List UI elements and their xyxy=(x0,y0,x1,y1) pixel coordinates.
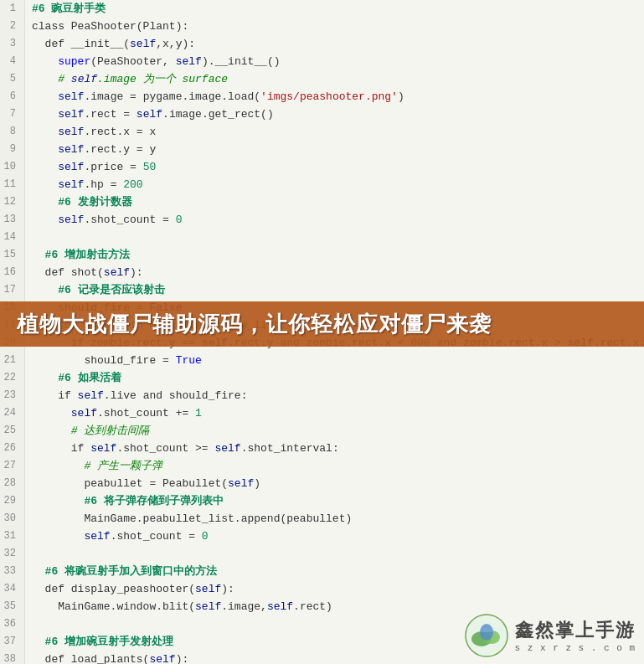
line-content: self.shot_count = 0 xyxy=(25,528,209,545)
table-row: 4 super(PeaShooter, self).__init__() xyxy=(0,53,644,70)
logo-icon xyxy=(465,614,508,657)
table-row: 14 xyxy=(0,229,644,246)
table-row: 8 self.rect.x = x xyxy=(0,123,644,141)
line-number: 1 xyxy=(0,0,25,18)
table-row: 6 self.image = pygame.image.load('imgs/p… xyxy=(0,88,644,106)
line-content: self.hp = 200 xyxy=(25,176,143,193)
line-number: 37 xyxy=(0,633,25,651)
line-number: 21 xyxy=(0,352,25,369)
table-row: 26 if self.shot_count >= self.shot_inter… xyxy=(0,440,644,457)
table-row: 27 # 产生一颗子弹 xyxy=(0,457,644,475)
table-row: 3 def __init__(self,x,y): xyxy=(0,35,644,53)
line-content: super(PeaShooter, self).__init__() xyxy=(25,53,281,70)
line-content: def shot(self): xyxy=(25,264,143,281)
table-row: 13 self.shot_count = 0 xyxy=(0,211,644,229)
watermark-text-block: 鑫然掌上手游 s z x r z s . c o m xyxy=(515,618,636,653)
line-content: self.price = 50 xyxy=(25,158,156,176)
table-row: 5 # self.image 为一个 surface xyxy=(0,70,644,88)
table-row: 28 peabullet = Peabullet(self) xyxy=(0,475,644,492)
banner-text: 植物大战僵尸辅助源码，让你轻松应对僵尸来袭 xyxy=(17,310,492,339)
watermark-en-text: s z x r z s . c o m xyxy=(515,643,636,653)
line-number: 29 xyxy=(0,492,25,510)
line-content: #6 如果活着 xyxy=(25,369,121,387)
table-row: 34 def display_peashooter(self): xyxy=(0,580,644,598)
line-content: self.rect.x = x xyxy=(25,123,156,141)
line-number: 16 xyxy=(0,264,25,281)
line-content: if self.live and should_fire: xyxy=(25,387,247,404)
line-number: 8 xyxy=(0,123,25,141)
line-number: 38 xyxy=(0,651,25,664)
line-number: 26 xyxy=(0,440,25,457)
line-content: # self.image 为一个 surface xyxy=(25,70,228,88)
line-number: 9 xyxy=(0,141,25,158)
line-number: 14 xyxy=(0,229,25,246)
line-number: 3 xyxy=(0,35,25,53)
watermark: 鑫然掌上手游 s z x r z s . c o m xyxy=(465,614,636,657)
line-number: 22 xyxy=(0,369,25,387)
line-content: self.rect.y = y xyxy=(25,141,156,158)
line-content xyxy=(25,229,39,246)
line-number: 27 xyxy=(0,457,25,475)
table-row: 31 self.shot_count = 0 xyxy=(0,528,644,545)
table-row: 7 self.rect = self.image.get_rect() xyxy=(0,106,644,123)
line-content: # 产生一颗子弹 xyxy=(25,457,162,475)
line-number: 11 xyxy=(0,176,25,193)
line-content: #6 将豌豆射手加入到窗口中的方法 xyxy=(25,563,217,580)
line-number: 7 xyxy=(0,106,25,123)
line-number: 15 xyxy=(0,246,25,264)
line-number: 24 xyxy=(0,404,25,422)
line-content: #6 记录是否应该射击 xyxy=(25,281,165,299)
line-number: 25 xyxy=(0,422,25,440)
line-content: def __init__(self,x,y): xyxy=(25,35,195,53)
table-row: 22 #6 如果活着 xyxy=(0,369,644,387)
table-row: 32 xyxy=(0,545,644,563)
table-row: 11 self.hp = 200 xyxy=(0,176,644,193)
promotional-banner: 植物大战僵尸辅助源码，让你轻松应对僵尸来袭 xyxy=(0,301,644,347)
line-content: #6 发射计数器 xyxy=(25,193,132,211)
table-row: 21 should_fire = True xyxy=(0,352,644,369)
line-content: self.rect = self.image.get_rect() xyxy=(25,106,274,123)
line-content xyxy=(25,545,39,563)
line-content xyxy=(25,615,39,633)
table-row: 15 #6 增加射击方法 xyxy=(0,246,644,264)
line-content: class PeaShooter(Plant): xyxy=(25,18,188,35)
line-content: def display_peashooter(self): xyxy=(25,580,234,598)
line-content: def load_plants(self): xyxy=(25,651,188,664)
line-number: 2 xyxy=(0,18,25,35)
line-content: self.shot_count += 1 xyxy=(25,404,202,422)
table-row: 30 MainGame.peabullet_list.append(peabul… xyxy=(0,510,644,528)
line-content: # 达到射击间隔 xyxy=(25,422,149,440)
line-number: 28 xyxy=(0,475,25,492)
table-row: 33 #6 将豌豆射手加入到窗口中的方法 xyxy=(0,563,644,580)
line-content: self.shot_count = 0 xyxy=(25,211,182,229)
table-row: 17 #6 记录是否应该射击 xyxy=(0,281,644,299)
line-number: 34 xyxy=(0,580,25,598)
line-number: 32 xyxy=(0,545,25,563)
line-number: 12 xyxy=(0,193,25,211)
watermark-cn-text: 鑫然掌上手游 xyxy=(515,618,636,643)
table-row: 9 self.rect.y = y xyxy=(0,141,644,158)
table-row: 23 if self.live and should_fire: xyxy=(0,387,644,404)
line-content: #6 增加射击方法 xyxy=(25,246,130,264)
table-row: 10 self.price = 50 xyxy=(0,158,644,176)
line-number: 31 xyxy=(0,528,25,545)
table-row: 29 #6 将子弹存储到子弹列表中 xyxy=(0,492,644,510)
line-content: MainGame.window.blit(self.image,self.rec… xyxy=(25,598,332,615)
table-row: 16 def shot(self): xyxy=(0,264,644,281)
line-number: 23 xyxy=(0,387,25,404)
line-content: #6 豌豆射手类 xyxy=(25,0,106,18)
table-row: 1#6 豌豆射手类 xyxy=(0,0,644,18)
line-number: 30 xyxy=(0,510,25,528)
code-editor: 1#6 豌豆射手类2class PeaShooter(Plant):3 def … xyxy=(0,0,644,664)
line-number: 33 xyxy=(0,563,25,580)
line-content: should_fire = True xyxy=(25,352,202,369)
line-number: 17 xyxy=(0,281,25,299)
table-row: 25 # 达到射击间隔 xyxy=(0,422,644,440)
table-row: 35 MainGame.window.blit(self.image,self.… xyxy=(0,598,644,615)
table-row: 2class PeaShooter(Plant): xyxy=(0,18,644,35)
line-number: 36 xyxy=(0,615,25,633)
line-number: 10 xyxy=(0,158,25,176)
line-content: peabullet = Peabullet(self) xyxy=(25,475,260,492)
line-number: 4 xyxy=(0,53,25,70)
table-row: 12 #6 发射计数器 xyxy=(0,193,644,211)
